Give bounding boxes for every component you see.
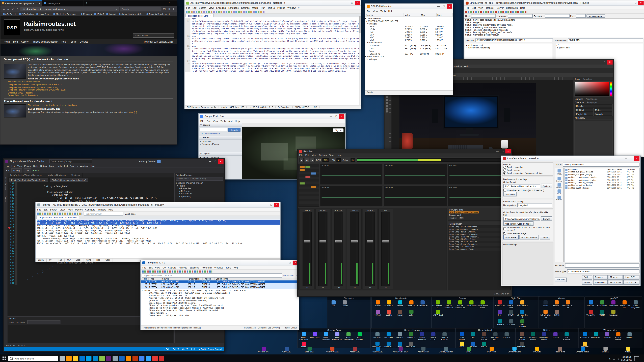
- menu-item[interactable]: Edit: [472, 6, 476, 9]
- desktop-icon[interactable]: nVIDIA Apollo 11: [432, 300, 444, 309]
- start-button[interactable]: [0, 355, 8, 362]
- document-tab[interactable]: projectsource_mandated_all_eras.csv: [36, 216, 79, 219]
- error-list-tab[interactable]: Error List: [6, 344, 15, 347]
- mixer-strip[interactable]: Track 07-inf: [362, 209, 378, 289]
- minimize-button[interactable]: —: [436, 4, 441, 8]
- color-panel-tab[interactable]: Color: [575, 78, 580, 80]
- swatches-panel-tab[interactable]: Swatches: [582, 78, 592, 80]
- desktop-icon[interactable]: Synology Assistant: [435, 347, 456, 354]
- file-row[interactable]: thumbnails24/01/2019 14:44File folder: [565, 168, 639, 171]
- radio-batch-conversion-rename[interactable]: Batch conversion - Rename result files: [503, 172, 552, 174]
- close-button[interactable]: ×: [634, 156, 640, 161]
- bookmark-item[interactable]: HomeServer: [36, 13, 51, 15]
- mask-toggle[interactable]: Notes: [449, 217, 458, 220]
- sensor-row[interactable]: +3.3V3.296 V3.280 V3.312 V: [365, 28, 453, 30]
- menu-item[interactable]: Edit: [306, 154, 309, 156]
- places-item[interactable]: ▸ My Places: [200, 140, 240, 143]
- tree-item[interactable]: ▾ /: [556, 44, 642, 46]
- bookmark-item[interactable]: Finances: [81, 13, 92, 15]
- desktop-icon[interactable]: GM1100: [394, 332, 405, 341]
- desktop-icon[interactable]: Word 2016: [276, 347, 297, 354]
- taskbar-app-icon[interactable]: [66, 356, 72, 361]
- profile[interactable]: Profile: Default: [284, 327, 297, 329]
- nav-gallery[interactable]: Gallery: [21, 40, 28, 43]
- member-dropdown[interactable]: AtsTss(int frequency, double location): [50, 178, 88, 182]
- sensor-row[interactable]: ▾ ASUSTeK COMPUTER INC. Z87...: [365, 19, 453, 22]
- menu-item[interactable]: Wireless: [214, 266, 223, 269]
- layers-panel-header[interactable]: ▼ Layers: [199, 152, 242, 156]
- taskbar-app-icon[interactable]: [159, 356, 164, 361]
- clock[interactable]: 08:36:5831/01/2019: [621, 356, 632, 361]
- place-item[interactable]: Libraries: [556, 183, 562, 188]
- minimize-button[interactable]: —: [596, 60, 602, 64]
- sensor-row[interactable]: Chassis #2837 RPM830 RPM891 RPM: [365, 52, 453, 55]
- sensor-row[interactable]: VIN50.640 V0.216 V1.120 V: [365, 36, 453, 39]
- menu-item[interactable]: File: [466, 6, 470, 9]
- desktop-icon[interactable]: PowerPoint 2016: [322, 347, 343, 354]
- start-debug-button[interactable]: ▶ Start: [33, 169, 40, 172]
- file-action-button[interactable]: Load TXT: [623, 275, 640, 279]
- desktop-icon[interactable]: PCMark 10: [383, 300, 394, 309]
- desktop-icon[interactable]: Asus Manuals: [413, 347, 434, 354]
- menu-item[interactable]: Run: [261, 6, 265, 9]
- menu-item[interactable]: Plugins: [278, 6, 285, 9]
- desktop-icon[interactable]: Netgear S3300-28X: [416, 332, 428, 341]
- taskbar-app-icon[interactable]: [119, 356, 124, 361]
- mixer-strip[interactable]: Track 01-inf: [300, 209, 314, 289]
- menu-item[interactable]: Help: [235, 120, 240, 122]
- host-field[interactable]: [471, 14, 496, 18]
- taskbar-app-icon[interactable]: [80, 356, 85, 361]
- notepadpp-toolbar[interactable]: [185, 10, 361, 13]
- desktop-icon[interactable]: Settings: [624, 332, 635, 341]
- track-scope[interactable]: Track 01: [320, 164, 383, 185]
- lpb-value[interactable]: 4: [336, 158, 341, 162]
- desktop-icon[interactable]: nVIDIA EndlessCity: [454, 300, 466, 309]
- file-row[interactable]: desktop_c2q-q9650_clear.jpg13/07/2018 02…: [565, 171, 639, 174]
- menu-item[interactable]: Configure: [85, 208, 95, 211]
- signed-in-user[interactable]: Anthony Bowden: [139, 160, 156, 163]
- network-icon[interactable]: ▲: [613, 357, 615, 360]
- desktop-icon[interactable]: Steam: [540, 300, 551, 309]
- maximize-button[interactable]: □: [287, 260, 293, 265]
- tray-expand-icon[interactable]: ∧: [609, 357, 611, 360]
- sensor-row[interactable]: ▾ Fans: [365, 50, 453, 52]
- output-tab[interactable]: Output: [18, 344, 25, 347]
- desktop-icon[interactable]: Prepar3D v4: [494, 300, 506, 309]
- menu-item[interactable]: Bookmarks: [506, 6, 518, 9]
- text-editor[interactable]: 71043, .Freeobj 0;4993;0;;100, .Freeobj …: [36, 219, 280, 258]
- browse-button[interactable]: Browse: [541, 216, 552, 221]
- mixer-strip[interactable]: Track 02-inf: [316, 209, 330, 289]
- desktop-icon[interactable]: Resource Monitor: [527, 332, 538, 341]
- mixer-strip[interactable]: Track 04-inf: [331, 209, 346, 289]
- desktop-icon[interactable]: Recent Items: [549, 347, 570, 354]
- maximize-button[interactable]: □: [213, 159, 218, 164]
- desktop-icon[interactable]: DCS World: [505, 319, 516, 328]
- file-action-button[interactable]: Move up: [608, 275, 623, 279]
- sensor-row[interactable]: +5V5.000 V5.000 V5.040 V: [365, 31, 453, 33]
- menu-item[interactable]: Window: [98, 208, 106, 211]
- bookmark-item[interactable]: Property Development: [146, 13, 170, 15]
- section-link[interactable]: Computer Hardware - Historic Systems (Pr…: [4, 89, 174, 91]
- tracking-dropdown[interactable]: Metrics: [594, 108, 612, 112]
- desktop-icon[interactable]: Customize: [602, 332, 613, 341]
- desktop-icon[interactable]: CatZilla: [383, 310, 394, 319]
- song-item[interactable]: Demo Song - Vegard - Synthpo...: [449, 248, 510, 251]
- menu-item[interactable]: Tools: [380, 10, 386, 12]
- character-panel-tab[interactable]: Character: [575, 101, 584, 103]
- desktop-icon[interactable]: HWMonitor: [481, 347, 502, 354]
- site-search-input[interactable]: Search the site...: [133, 33, 174, 37]
- desktop-icon[interactable]: OMSI 2: [551, 310, 562, 319]
- taskbar-app-icon[interactable]: [112, 356, 118, 361]
- scrollbar[interactable]: [359, 16, 360, 105]
- maximize-button[interactable]: □: [602, 60, 607, 64]
- sensor-row[interactable]: VIN40.824 V0.816 V0.832 V: [365, 33, 453, 36]
- minimize-button[interactable]: —: [623, 156, 629, 161]
- show-preview-checkbox[interactable]: Show Preview image: [503, 232, 552, 234]
- desktop-icon[interactable]: Outlook 2016: [367, 347, 388, 354]
- menu-item[interactable]: File: [6, 164, 10, 167]
- desktop-icon[interactable]: PMDG: [505, 310, 516, 319]
- minimize-button[interactable]: —: [161, 0, 166, 6]
- taskbar-app-icon[interactable]: [132, 356, 138, 361]
- song-item[interactable]: Demo Song - vV - Sunflower...: [449, 246, 510, 248]
- volume-fader[interactable]: [334, 212, 343, 286]
